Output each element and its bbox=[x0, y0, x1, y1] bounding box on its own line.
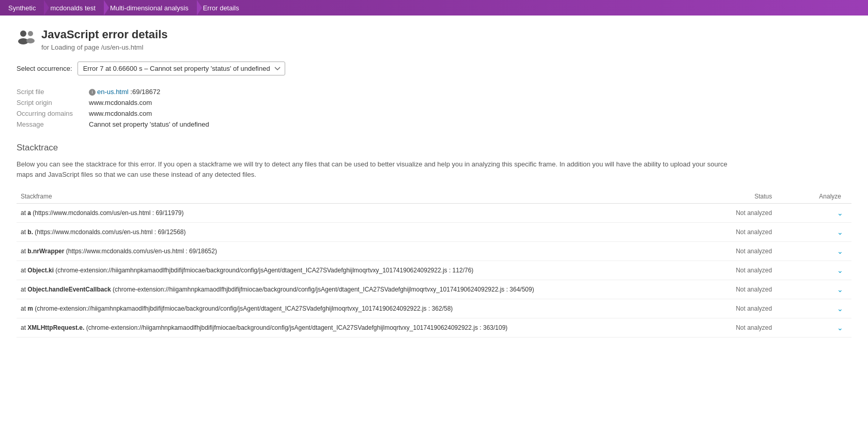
table-row: at b.nrWrapper (https://www.mcdonalds.co… bbox=[17, 242, 851, 261]
status-cell: Not analyzed bbox=[708, 280, 803, 299]
header-text: JavaScript error details for Loading of … bbox=[41, 28, 168, 51]
breadcrumb: Synthetic mcdonalds test Multi-dimension… bbox=[0, 0, 868, 16]
select-occurrence-label: Select occurrence: bbox=[17, 65, 72, 72]
svg-point-2 bbox=[28, 31, 33, 36]
occurrence-dropdown[interactable]: Error 7 at 0.66600 s – Cannot set proper… bbox=[78, 62, 285, 75]
stacktrace-description: Below you can see the stacktrace for thi… bbox=[17, 159, 740, 179]
script-file-row: Script file ien-us.html :69/18672 bbox=[17, 88, 851, 96]
table-row: at m (chrome-extension://hiigamhnpkamaod… bbox=[17, 299, 851, 318]
table-row: at Object.handleEventCallback (chrome-ex… bbox=[17, 280, 851, 299]
stacktrace-title: Stacktrace bbox=[17, 143, 851, 153]
status-cell: Not analyzed bbox=[708, 299, 803, 318]
select-occurrence-row: Select occurrence: Error 7 at 0.66600 s … bbox=[17, 62, 851, 75]
status-cell: Not analyzed bbox=[708, 261, 803, 280]
script-file-label: Script file bbox=[17, 88, 89, 96]
col-stackframe: Stackframe bbox=[17, 190, 708, 204]
breadcrumb-item-mcdonalds[interactable]: mcdonalds test bbox=[44, 0, 103, 16]
info-icon: i bbox=[89, 89, 96, 96]
message-value: Cannot set property 'status' of undefine… bbox=[89, 120, 209, 128]
svg-point-0 bbox=[20, 30, 26, 37]
stack-table: Stackframe Status Analyze at a (https://… bbox=[17, 190, 851, 338]
svg-point-3 bbox=[26, 38, 35, 43]
page-subtitle: for Loading of page /us/en-us.html bbox=[41, 43, 168, 51]
breadcrumb-item-error-details[interactable]: Error details bbox=[197, 0, 247, 16]
details-table: Script file ien-us.html :69/18672 Script… bbox=[17, 88, 851, 128]
status-cell: Not analyzed bbox=[708, 318, 803, 338]
occurring-domains-value: www.mcdonalds.com bbox=[89, 110, 152, 117]
script-origin-label: Script origin bbox=[17, 99, 89, 106]
chevron-down-icon[interactable]: ⌄ bbox=[837, 247, 843, 255]
col-status: Status bbox=[708, 190, 803, 204]
analyze-cell[interactable]: ⌄ bbox=[803, 242, 851, 261]
occurring-domains-row: Occurring domains www.mcdonalds.com bbox=[17, 110, 851, 117]
analyze-cell[interactable]: ⌄ bbox=[803, 280, 851, 299]
table-row: at XMLHttpRequest.e. (chrome-extension:/… bbox=[17, 318, 851, 338]
table-row: at a (https://www.mcdonalds.com/us/en-us… bbox=[17, 204, 851, 223]
chevron-down-icon[interactable]: ⌄ bbox=[837, 304, 843, 313]
main-content: JavaScript error details for Loading of … bbox=[0, 16, 868, 350]
analyze-cell[interactable]: ⌄ bbox=[803, 318, 851, 338]
script-origin-row: Script origin www.mcdonalds.com bbox=[17, 99, 851, 106]
script-file-value: ien-us.html :69/18672 bbox=[89, 88, 160, 96]
analyze-cell[interactable]: ⌄ bbox=[803, 261, 851, 280]
analyze-cell[interactable]: ⌄ bbox=[803, 204, 851, 223]
stacktrace-section: Stacktrace Below you can see the stacktr… bbox=[17, 143, 851, 338]
users-icon bbox=[17, 29, 35, 48]
script-origin-value: www.mcdonalds.com bbox=[89, 99, 152, 106]
analyze-cell[interactable]: ⌄ bbox=[803, 299, 851, 318]
page-header: JavaScript error details for Loading of … bbox=[17, 28, 851, 51]
message-row: Message Cannot set property 'status' of … bbox=[17, 120, 851, 128]
table-row: at b. (https://www.mcdonalds.com/us/en-u… bbox=[17, 223, 851, 242]
analyze-cell[interactable]: ⌄ bbox=[803, 223, 851, 242]
col-analyze: Analyze bbox=[803, 190, 851, 204]
status-cell: Not analyzed bbox=[708, 242, 803, 261]
chevron-down-icon[interactable]: ⌄ bbox=[837, 324, 843, 332]
chevron-down-icon[interactable]: ⌄ bbox=[837, 266, 843, 274]
stack-table-header: Stackframe Status Analyze bbox=[17, 190, 851, 204]
breadcrumb-item-analysis[interactable]: Multi-dimensional analysis bbox=[104, 0, 197, 16]
chevron-down-icon[interactable]: ⌄ bbox=[837, 209, 843, 217]
status-cell: Not analyzed bbox=[708, 223, 803, 242]
table-row: at Object.ki (chrome-extension://hiigamh… bbox=[17, 261, 851, 280]
page-title: JavaScript error details bbox=[41, 28, 168, 41]
breadcrumb-item-synthetic[interactable]: Synthetic bbox=[0, 0, 44, 16]
status-cell: Not analyzed bbox=[708, 204, 803, 223]
stack-table-body: at a (https://www.mcdonalds.com/us/en-us… bbox=[17, 204, 851, 338]
occurring-domains-label: Occurring domains bbox=[17, 110, 89, 117]
chevron-down-icon[interactable]: ⌄ bbox=[837, 228, 843, 236]
message-label: Message bbox=[17, 120, 89, 128]
chevron-down-icon[interactable]: ⌄ bbox=[837, 285, 843, 294]
